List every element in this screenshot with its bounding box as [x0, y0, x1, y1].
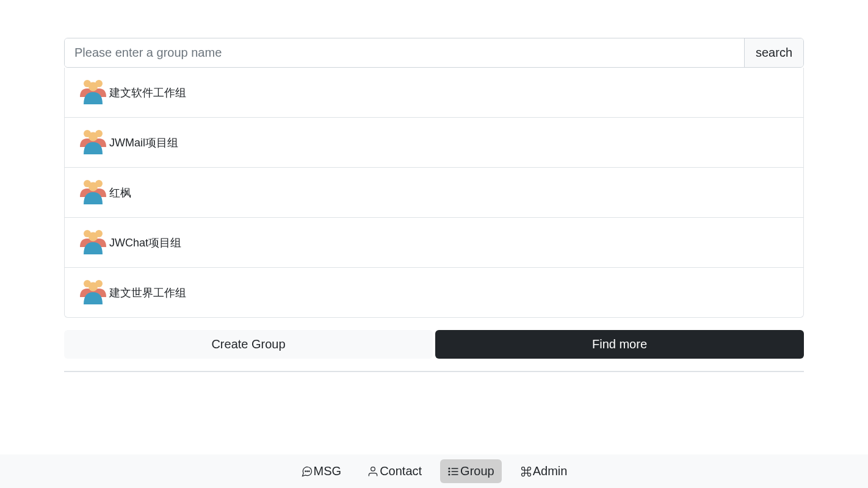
- nav-label: Admin: [533, 464, 568, 478]
- nav-label: MSG: [314, 464, 342, 478]
- nav-item-msg[interactable]: MSG: [294, 459, 349, 483]
- group-icon: [77, 79, 109, 106]
- svg-point-14: [89, 282, 98, 292]
- svg-point-5: [89, 132, 98, 142]
- group-item[interactable]: 红枫: [65, 168, 803, 218]
- group-name: 红枫: [109, 185, 131, 200]
- chat-icon: [301, 465, 313, 478]
- svg-point-17: [308, 470, 309, 471]
- group-item[interactable]: 建文软件工作组: [65, 68, 803, 118]
- nav-item-group[interactable]: Group: [440, 459, 502, 483]
- find-more-button[interactable]: Find more: [435, 330, 804, 359]
- group-icon: [77, 129, 109, 156]
- group-icon: [77, 179, 109, 206]
- nav-item-contact[interactable]: Contact: [360, 459, 429, 483]
- group-name: 建文软件工作组: [109, 85, 186, 100]
- svg-point-22: [449, 468, 450, 469]
- svg-point-8: [89, 182, 98, 192]
- action-row: Create Group Find more: [64, 330, 804, 359]
- group-icon: [77, 279, 109, 306]
- group-name: 建文世界工作组: [109, 285, 186, 300]
- group-icon: [77, 229, 109, 256]
- svg-point-16: [306, 470, 307, 471]
- svg-point-24: [449, 474, 450, 475]
- svg-point-11: [89, 232, 98, 242]
- nav-label: Contact: [380, 464, 422, 478]
- nav-item-admin[interactable]: Admin: [513, 459, 575, 483]
- search-input[interactable]: [65, 38, 744, 67]
- svg-point-23: [449, 471, 450, 472]
- svg-point-18: [371, 467, 375, 471]
- nav-label: Group: [460, 464, 494, 478]
- group-item[interactable]: JWMail项目组: [65, 118, 803, 168]
- person-icon: [367, 465, 379, 478]
- list-icon: [447, 465, 460, 478]
- group-item[interactable]: JWChat项目组: [65, 218, 803, 268]
- command-icon: [520, 465, 532, 478]
- group-item[interactable]: 建文世界工作组: [65, 268, 803, 317]
- group-list: 建文软件工作组 JWMail项目组: [64, 68, 804, 318]
- create-group-button[interactable]: Create Group: [64, 330, 433, 359]
- group-name: JWMail项目组: [109, 135, 178, 150]
- svg-point-2: [89, 82, 98, 92]
- group-name: JWChat项目组: [109, 235, 181, 250]
- search-button[interactable]: search: [744, 38, 803, 67]
- bottom-nav: MSG Contact Group: [0, 454, 868, 488]
- svg-point-15: [305, 470, 305, 471]
- search-row: search: [64, 38, 804, 68]
- divider: [64, 371, 804, 372]
